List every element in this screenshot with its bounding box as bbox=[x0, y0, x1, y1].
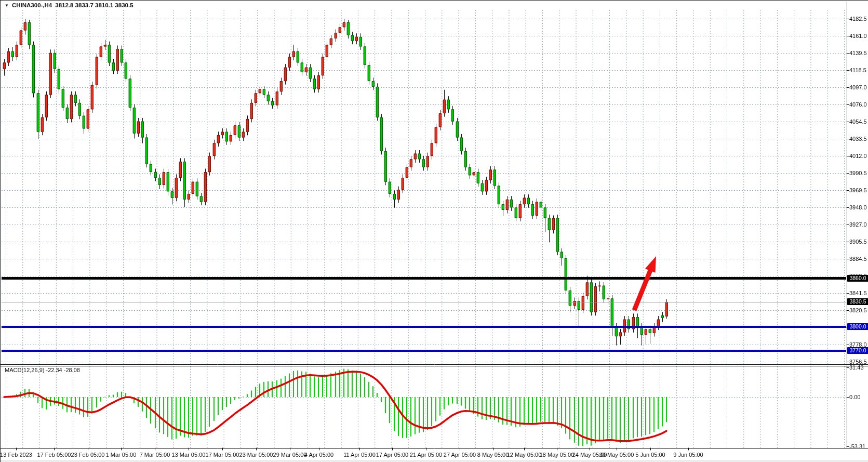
price-axis-label: 4012.0 bbox=[849, 153, 867, 159]
macd-axis-label: 31.43 bbox=[849, 364, 864, 371]
macd-indicator-label: MACD(12,26,9) -22.34 -28.08 bbox=[5, 367, 80, 373]
current-price-line bbox=[2, 302, 846, 302]
price-axis-label: 3841.5 bbox=[849, 290, 867, 296]
chevron-down-icon[interactable]: ▼ bbox=[5, 3, 9, 8]
macd-axis-label: -53.31 bbox=[849, 443, 865, 450]
support-line-3800[interactable] bbox=[2, 326, 846, 328]
price-axis-label: 4097.0 bbox=[849, 84, 867, 90]
bottom-margin-strip bbox=[1, 460, 868, 462]
price-axis-label: 4076.0 bbox=[849, 101, 867, 108]
time-axis-label: 9 Jun 05:00 bbox=[665, 452, 712, 458]
price-axis-label: 4161.0 bbox=[849, 33, 867, 39]
support-line-3770[interactable] bbox=[2, 350, 846, 352]
chart-title: ▼ CHINA300-,H4 3812.8 3833.7 3810.1 3830… bbox=[5, 2, 133, 8]
price-tag-3770.0: 3770.0 bbox=[847, 347, 868, 354]
trading-chart-window: ▼ CHINA300-,H4 3812.8 3833.7 3810.1 3830… bbox=[0, 0, 868, 462]
time-axis-label: 4 Apr 05:00 bbox=[296, 452, 342, 458]
price-axis-label: 3969.5 bbox=[849, 187, 867, 193]
price-axis-label: 4118.5 bbox=[849, 67, 866, 73]
price-axis-label: 4033.5 bbox=[849, 136, 867, 142]
ohlc-values: 3812.8 3833.7 3810.1 3830.5 bbox=[55, 2, 133, 8]
current-price-tag: 3830.5 bbox=[847, 298, 868, 305]
price-axis-label: 3905.5 bbox=[849, 239, 867, 245]
price-axis-label: 3927.0 bbox=[849, 221, 867, 228]
resistance-line-3860[interactable] bbox=[2, 277, 846, 280]
price-chart-canvas[interactable] bbox=[1, 1, 868, 462]
price-axis-label: 3990.5 bbox=[849, 170, 867, 176]
price-axis-label: 4054.5 bbox=[849, 118, 867, 125]
price-axis-label: 3820.5 bbox=[849, 307, 867, 313]
macd-axis-label: 0.00 bbox=[849, 394, 860, 400]
price-tag-3860.0: 3860.0 bbox=[847, 275, 868, 282]
symbol-period-label: CHINA300-,H4 bbox=[12, 2, 52, 8]
price-axis-label: 4139.5 bbox=[849, 50, 867, 56]
price-axis-label: 3948.0 bbox=[849, 204, 867, 210]
price-tag-3800.0: 3800.0 bbox=[847, 323, 868, 330]
price-axis-label: 3884.5 bbox=[849, 256, 867, 262]
price-axis-label: 4182.5 bbox=[849, 16, 867, 22]
